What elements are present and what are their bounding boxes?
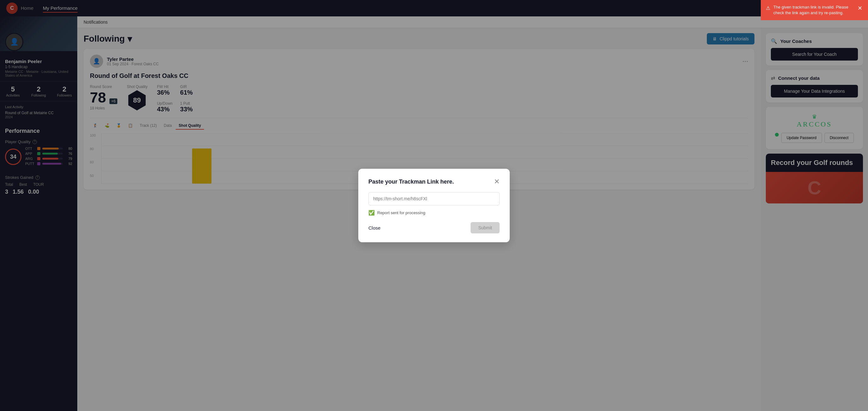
modal-submit-button[interactable]: Submit (471, 222, 500, 233)
error-toast: ⚠ The given trackman link is invalid. Pl… (761, 0, 868, 20)
success-checkmark-icon: ✅ (368, 210, 375, 216)
modal-close-button[interactable]: Close (368, 225, 380, 230)
toast-message: The given trackman link is invalid. Plea… (773, 4, 851, 16)
modal-header: Paste your Trackman Link here. ✕ (368, 178, 500, 186)
trackman-modal: Paste your Trackman Link here. ✕ ✅ Repor… (358, 169, 510, 242)
trackman-link-input[interactable] (368, 192, 500, 205)
toast-warning-icon: ⚠ (766, 5, 770, 12)
modal-close-x-button[interactable]: ✕ (494, 178, 500, 186)
modal-footer: Close Submit (368, 222, 500, 233)
modal-title: Paste your Trackman Link here. (368, 179, 454, 185)
modal-success-message: ✅ Report sent for processing (368, 210, 500, 216)
success-text: Report sent for processing (377, 211, 425, 215)
toast-close-button[interactable]: ✕ (855, 4, 862, 12)
modal-overlay[interactable]: Paste your Trackman Link here. ✕ ✅ Repor… (0, 0, 868, 411)
